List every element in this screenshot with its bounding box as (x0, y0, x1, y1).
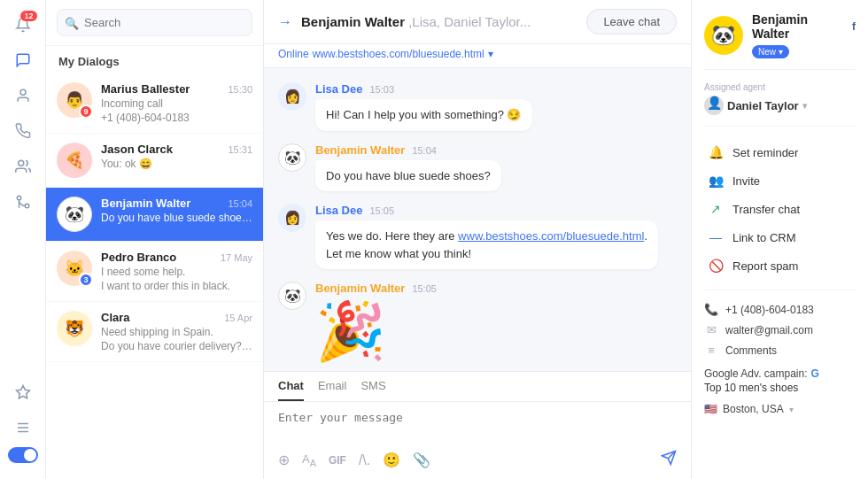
rp-name: Benjamin Walter f (752, 12, 856, 41)
comments-icon: ≡ (704, 344, 718, 357)
avatar: 🐼 (278, 143, 306, 172)
dialog-content: Jason Clarck 15:31 You: ok 😄 (101, 143, 252, 170)
dialog-preview: Need shipping in Spain. (101, 326, 252, 338)
online-bar: Online www.bestshoes.com/bluesuede.html … (264, 44, 691, 68)
dialog-time: 15:04 (228, 198, 252, 209)
contact-icon[interactable] (7, 80, 39, 112)
transfer-chat-action[interactable]: ↗ Transfer chat (704, 196, 856, 222)
unread-badge: 9 (79, 104, 93, 119)
search-icon: 🔍 (65, 16, 79, 29)
link-crm-action[interactable]: — Link to CRM (704, 224, 856, 251)
dialog-preview-2: I want to order this in black. (101, 280, 252, 292)
gif-icon[interactable]: GIF (329, 454, 346, 467)
dialog-item[interactable]: 🐱 3 Pedro Branco 17 May I need some help… (46, 242, 263, 302)
google-value: Top 10 men's shoes (704, 382, 856, 394)
set-reminder-action[interactable]: 🔔 Set reminder (704, 139, 856, 166)
chat-input-area: Chat Email SMS ⊕ AA GIF /\. 🙂 📎 (264, 371, 691, 479)
avatar: 🐱 3 (57, 251, 92, 286)
message-input[interactable] (278, 411, 677, 443)
avatar: 👩 (278, 82, 306, 111)
slash-icon[interactable]: /\. (359, 452, 370, 468)
rp-location[interactable]: 🇺🇸 Boston, USA ▾ (704, 403, 856, 415)
svg-marker-4 (16, 386, 29, 398)
invite-icon: 👥 (708, 174, 724, 188)
spam-icon: 🚫 (708, 259, 724, 273)
dialog-preview-2: +1 (408)-604-0183 (101, 112, 252, 124)
search-bar: 🔍 (46, 0, 263, 46)
action-label: Report spam (732, 259, 798, 273)
emoji-icon[interactable]: 🙂 (383, 452, 400, 468)
tab-email[interactable]: Email (318, 379, 347, 401)
chevron-down-icon: ▾ (802, 101, 807, 111)
tab-chat[interactable]: Chat (278, 379, 304, 401)
google-label: Google Adv. campain: G (704, 367, 856, 380)
attachment-icon[interactable]: 📎 (413, 452, 430, 468)
product-link[interactable]: www.bestshoes.com/bluesuede.html (458, 229, 644, 243)
dialog-preview: Incoming call (101, 97, 252, 110)
agent-name[interactable]: 👤 Daniel Taylor ▾ (704, 96, 856, 115)
assigned-agent-label: Assigned agent (704, 82, 856, 92)
bell-icon: 🔔 (708, 145, 724, 159)
phone-icon[interactable] (7, 115, 39, 147)
message-row: 🐼 Benjamin Walter 15:05 🎉 (278, 282, 677, 368)
invite-action[interactable]: 👥 Invite (704, 167, 856, 194)
message-sender: Benjamin Walter (315, 282, 405, 295)
workflow-icon[interactable] (7, 186, 39, 218)
message-body: Lisa Dee 15:03 Hi! Can I help you with s… (315, 82, 532, 131)
action-label: Invite (732, 174, 760, 188)
chat-icon[interactable] (7, 44, 39, 76)
online-url[interactable]: www.bestshoes.com/bluesuede.html (313, 48, 484, 60)
online-status: Online (278, 48, 309, 60)
rp-info: 📞 +1 (408)-604-0183 ✉ walter@gmail.com ≡… (704, 303, 856, 357)
message-sender: Lisa Dee (315, 204, 362, 217)
email-icon: ✉ (704, 323, 718, 336)
avatar: 🐯 (57, 311, 92, 346)
location-text: Boston, USA (723, 403, 784, 415)
tab-sms[interactable]: SMS (360, 379, 385, 401)
dialog-time: 15 Apr (224, 313, 252, 323)
crown-icon[interactable] (7, 376, 39, 408)
font-icon[interactable]: AA (302, 452, 316, 468)
icon-bar: 12 (0, 0, 46, 479)
search-input[interactable] (57, 9, 252, 36)
dialog-name: Clara (101, 311, 130, 324)
agent-avatar: 👤 (704, 96, 724, 115)
dialog-preview: Do you have blue suede shoes? (101, 212, 252, 224)
dialog-content: Clara 15 Apr Need shipping in Spain. Do … (101, 311, 252, 352)
avatar: 👨 9 (57, 82, 92, 118)
rp-actions: 🔔 Set reminder 👥 Invite ↗ Transfer chat … (704, 139, 856, 290)
team-icon[interactable] (7, 151, 39, 182)
attach-icon[interactable]: ⊕ (278, 452, 290, 468)
message-time: 15:03 (369, 84, 394, 95)
svg-point-1 (18, 160, 23, 166)
leave-chat-button[interactable]: Leave chat (586, 9, 677, 35)
action-label: Link to CRM (732, 231, 796, 244)
dialog-item[interactable]: 🍕 Jason Clarck 15:31 You: ok 😄 (46, 134, 263, 188)
link-icon: — (708, 230, 724, 244)
dialog-name: Pedro Branco (101, 251, 176, 264)
dialog-item[interactable]: 👨 9 Marius Ballester 15:30 Incoming call… (46, 73, 263, 134)
dialog-preview-2: Do you have courier delivery? mmm? (101, 340, 252, 352)
chat-arrow-icon: → (278, 14, 292, 30)
svg-point-3 (17, 196, 21, 200)
message-sender: Lisa Dee (315, 82, 362, 96)
notifications-icon[interactable]: 12 (7, 9, 39, 41)
rp-phone-row: 📞 +1 (408)-604-0183 (704, 303, 856, 316)
chevron-down-icon: ▾ (779, 47, 783, 57)
dialog-content: Pedro Branco 17 May I need some help. I … (101, 251, 252, 292)
rp-email-row: ✉ walter@gmail.com (704, 323, 856, 336)
action-label: Set reminder (732, 146, 798, 159)
status-badge[interactable]: New ▾ (752, 45, 789, 58)
dialog-item[interactable]: 🐯 Clara 15 Apr Need shipping in Spain. D… (46, 302, 263, 362)
unread-badge: 3 (79, 273, 93, 287)
settings-icon[interactable] (7, 412, 39, 444)
report-spam-action[interactable]: 🚫 Report spam (704, 252, 856, 279)
dialog-item-active[interactable]: 🐼 Benjamin Walter 15:04 Do you have blue… (46, 188, 263, 242)
send-button[interactable] (661, 450, 677, 470)
dialog-preview: You: ok 😄 (101, 158, 252, 170)
rp-phone: +1 (408)-604-0183 (725, 304, 814, 316)
phone-icon: 📞 (704, 303, 718, 316)
rp-agent-section: Assigned agent 👤 Daniel Taylor ▾ (704, 82, 856, 127)
status-toggle[interactable] (8, 447, 38, 463)
chat-participants: ,Lisa, Daniel Taylor... (408, 14, 531, 29)
